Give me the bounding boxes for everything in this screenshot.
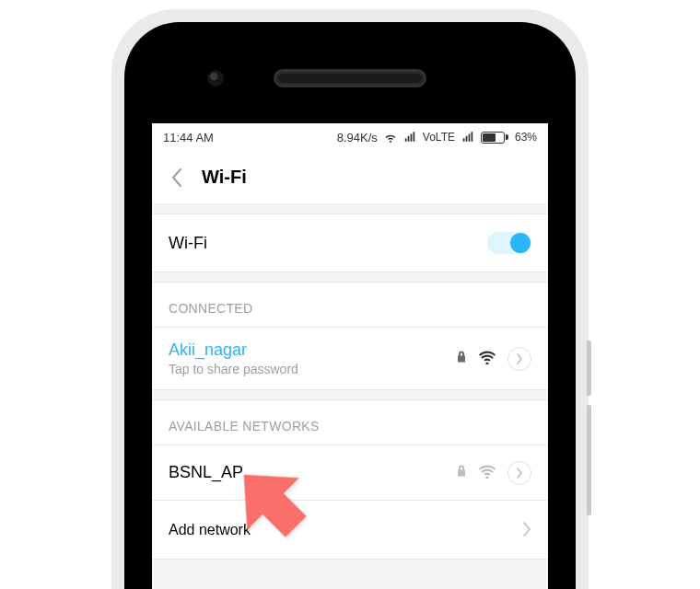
section-header-available: AVAILABLE NETWORKS	[152, 399, 548, 445]
back-button[interactable]	[169, 169, 185, 186]
earpiece-speaker	[276, 72, 424, 85]
signal-icon	[461, 131, 474, 144]
side-button	[587, 341, 591, 396]
wifi-status-icon	[384, 131, 397, 144]
wifi-toggle-switch[interactable]	[487, 232, 531, 254]
phone-frame: 11:44 AM 8.94K/s VoLTE	[111, 9, 589, 589]
battery-icon	[481, 132, 508, 144]
wifi-toggle-label: Wi-Fi	[169, 234, 207, 253]
chevron-right-icon	[516, 468, 523, 479]
lock-icon	[456, 464, 467, 481]
side-button	[587, 405, 591, 515]
status-time: 11:44 AM	[163, 131, 214, 144]
connected-network-subtitle: Tap to share password	[169, 362, 456, 376]
add-network-label: Add network	[169, 522, 251, 538]
page-title: Wi-Fi	[202, 167, 247, 188]
connected-network-name: Akii_nagar	[169, 341, 456, 360]
chevron-right-icon	[522, 518, 531, 542]
network-type-label: VoLTE	[423, 131, 455, 144]
add-network-row[interactable]: Add network	[152, 501, 548, 560]
chevron-right-icon	[516, 353, 523, 364]
wifi-toggle-row[interactable]: Wi-Fi	[152, 214, 548, 272]
battery-percentage: 63%	[515, 131, 537, 144]
screen: 11:44 AM 8.94K/s VoLTE	[152, 123, 548, 589]
lock-icon	[456, 350, 467, 367]
network-details-button[interactable]	[508, 461, 531, 485]
wifi-signal-icon	[478, 464, 496, 482]
signal-icon	[403, 131, 416, 144]
available-network-name: BSNL_AP	[169, 463, 456, 482]
wifi-signal-icon	[478, 350, 496, 368]
front-camera	[207, 70, 224, 87]
network-details-button[interactable]	[508, 347, 531, 371]
chevron-left-icon	[170, 167, 183, 188]
section-header-connected: CONNECTED	[152, 282, 548, 328]
available-network-row[interactable]: BSNL_AP	[152, 445, 548, 501]
page-header: Wi-Fi	[152, 151, 548, 204]
status-speed: 8.94K/s	[337, 131, 378, 144]
connected-network-row[interactable]: Akii_nagar Tap to share password	[152, 328, 548, 390]
status-bar: 11:44 AM 8.94K/s VoLTE	[152, 123, 548, 151]
